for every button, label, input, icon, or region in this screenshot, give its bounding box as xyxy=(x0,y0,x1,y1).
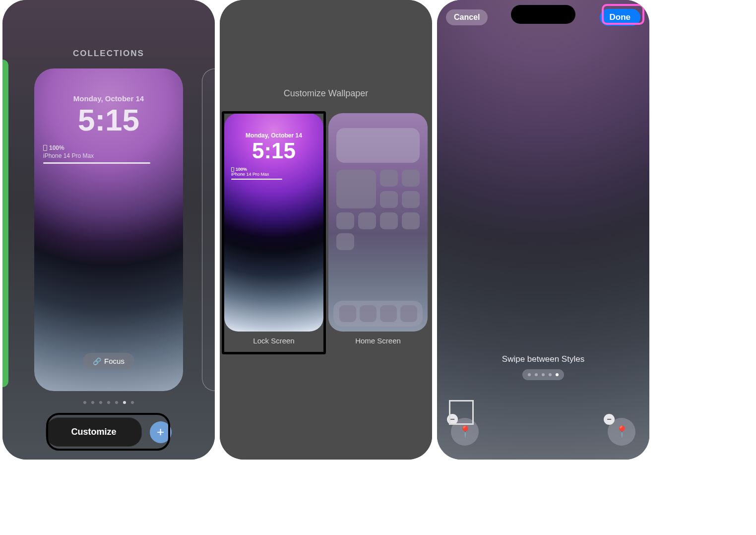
wallpaper-preview-card[interactable]: Monday, October 14 5:15 100% iPhone 14 P… xyxy=(34,68,183,391)
lock-time: 5:15 xyxy=(224,140,323,162)
focus-button[interactable]: 🔗 Focus xyxy=(83,353,134,369)
add-wallpaper-button[interactable]: + xyxy=(150,421,172,443)
prev-wallpaper-peek[interactable] xyxy=(2,60,8,387)
remove-badge[interactable]: − xyxy=(604,414,615,425)
battery-widget: 100% iPhone 14 Pro Max xyxy=(43,144,174,164)
swipe-styles-label: Swipe between Styles xyxy=(437,354,649,364)
home-app-grid xyxy=(336,170,420,250)
home-screen-label: Home Screen xyxy=(328,336,428,345)
lock-time: 5:15 xyxy=(34,105,183,135)
battery-pct: 100% xyxy=(49,144,64,151)
wallpaper-gallery-screen: COLLECTIONS Monday, October 14 5:15 100%… xyxy=(2,0,215,460)
lock-date: Monday, October 14 xyxy=(224,132,323,139)
home-widget-box xyxy=(336,128,420,163)
device-model: iPhone 14 Pro Max xyxy=(231,172,316,177)
collections-heading: COLLECTIONS xyxy=(2,49,215,59)
battery-icon xyxy=(231,167,234,172)
flashlight-icon: 📍 xyxy=(458,425,472,438)
customize-wallpaper-screen: Customize Wallpaper Monday, October 14 5… xyxy=(220,0,432,460)
lock-screen-preview: Monday, October 14 5:15 100% iPhone 14 P… xyxy=(224,113,323,332)
plus-icon: + xyxy=(157,424,164,440)
customize-button[interactable]: Customize xyxy=(46,417,141,447)
cancel-button[interactable]: Cancel xyxy=(446,9,488,25)
lock-screen-label: Lock Screen xyxy=(224,336,323,345)
battery-bar xyxy=(43,162,150,164)
home-screen-preview xyxy=(328,113,428,332)
flashlight-button-right[interactable]: − 📍 xyxy=(608,418,635,446)
page-dots xyxy=(2,401,215,404)
link-icon: 🔗 xyxy=(93,357,101,365)
focus-label: Focus xyxy=(104,357,125,365)
home-screen-option[interactable]: Home Screen xyxy=(328,113,428,345)
lock-screen-editor: Cancel Done Monday, October 14 5:15 100%… xyxy=(437,0,649,460)
lock-date: Monday, October 14 xyxy=(34,94,183,103)
device-model: iPhone 14 Pro Max xyxy=(43,152,174,159)
home-dock xyxy=(333,301,423,327)
battery-pct: 100% xyxy=(236,167,247,172)
customize-wallpaper-title: Customize Wallpaper xyxy=(220,88,432,99)
flashlight-button-left[interactable]: − 📍 xyxy=(451,418,479,446)
battery-icon xyxy=(43,145,47,151)
next-wallpaper-peek[interactable] xyxy=(202,68,215,391)
battery-widget: 100% iPhone 14 Pro Max xyxy=(231,167,316,180)
done-button[interactable]: Done xyxy=(600,9,641,26)
remove-badge[interactable]: − xyxy=(447,414,458,425)
battery-bar xyxy=(231,179,282,180)
flashlight-icon: 📍 xyxy=(615,425,629,438)
background xyxy=(437,0,649,460)
style-page-dots[interactable] xyxy=(522,369,564,380)
lock-screen-option[interactable]: Monday, October 14 5:15 100% iPhone 14 P… xyxy=(224,113,323,345)
